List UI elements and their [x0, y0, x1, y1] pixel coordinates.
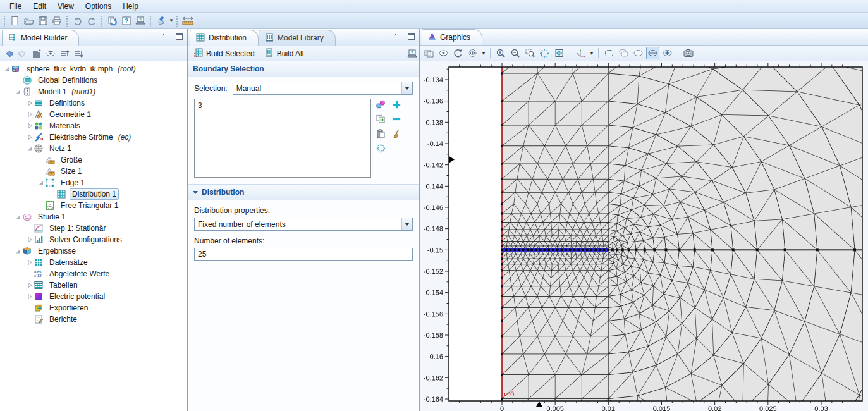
tree-item-modell-1[interactable]: Modell 1(mod1)	[0, 86, 187, 97]
expander-expanded-icon[interactable]	[3, 66, 11, 72]
menu-options[interactable]: Options	[80, 1, 117, 12]
tab-model-library[interactable]: Model Library	[259, 30, 336, 46]
menu-help[interactable]: Help	[117, 1, 144, 12]
expander-expanded-icon[interactable]	[14, 248, 22, 254]
update-solution-button[interactable]	[106, 14, 119, 28]
dropdown-caret-icon[interactable]: ▼	[589, 51, 594, 56]
material-sweep-button[interactable]	[154, 14, 168, 28]
expander-collapsed-icon[interactable]	[25, 282, 34, 288]
tree-item-global-definitions[interactable]: Global Definitions	[0, 75, 187, 86]
help-button[interactable]: ?	[119, 14, 133, 28]
expander-collapsed-icon[interactable]	[25, 236, 34, 243]
dropdown-caret-icon[interactable]: ▼	[481, 51, 486, 56]
distribution-properties-combobox[interactable]: Fixed number of elements	[194, 218, 413, 231]
expander-collapsed-icon[interactable]	[25, 259, 34, 266]
axis-orientation-button[interactable]	[574, 47, 587, 59]
menu-file[interactable]: File	[4, 1, 27, 12]
combo-dropdown-icon[interactable]	[401, 218, 412, 230]
minimize-button[interactable]	[162, 33, 171, 40]
new-file-button[interactable]	[8, 14, 22, 28]
tree-item-size-1[interactable]: Size 1	[0, 166, 187, 177]
hide-button[interactable]	[437, 47, 450, 59]
select-ellipse-button[interactable]	[632, 47, 645, 59]
graphics-viewport[interactable]	[420, 61, 868, 411]
tab-graphics[interactable]: Graphics	[422, 29, 482, 45]
add-selection-button[interactable]	[391, 99, 403, 110]
expander-expanded-icon[interactable]	[14, 89, 22, 95]
build-selected-button[interactable]: Build Selected	[190, 46, 260, 61]
show-button[interactable]	[44, 47, 57, 60]
tree-item-sphere-flux-kvdn-ik-mph[interactable]: sphere_flux_kvdn_ik.mph(root)	[0, 63, 187, 75]
tree-item-elektrische-str-me[interactable]: Elektrische Ströme(ec)	[0, 132, 187, 143]
deselect-box-button[interactable]	[617, 47, 630, 59]
paste-selection-button[interactable]	[375, 128, 387, 139]
tree-item-datens-tze[interactable]: Datensätze	[0, 257, 187, 268]
tree-item-solver-configurations[interactable]: Solver Configurations	[0, 234, 187, 245]
expander-expanded-icon[interactable]	[14, 214, 22, 220]
zoom-selected-button[interactable]	[538, 47, 551, 59]
tree-item-ergebnisse[interactable]: Ergebnisse	[0, 245, 187, 257]
tree-item-geometrie-1[interactable]: Geometrie 1	[0, 109, 187, 120]
expander-collapsed-icon[interactable]	[25, 100, 34, 106]
tree-item-netz-1[interactable]: Netz 1	[0, 143, 187, 154]
active-selection-button[interactable]	[375, 99, 387, 110]
tree-item-definitions[interactable]: Definitions	[0, 97, 187, 109]
number-of-elements-input[interactable]: 25	[194, 248, 413, 261]
back-button[interactable]	[3, 47, 15, 60]
tree-item-edge-1[interactable]: Edge 1	[0, 177, 187, 188]
combo-dropdown-icon[interactable]	[401, 82, 412, 94]
build-all-button[interactable]: Build All	[261, 46, 309, 61]
center-select-button[interactable]	[661, 47, 674, 59]
move-down-button[interactable]	[72, 47, 85, 60]
minimize-button[interactable]	[394, 33, 403, 40]
selection-combobox[interactable]: Manual	[233, 82, 413, 95]
tree-item-exportieren[interactable]: Exportieren	[0, 302, 187, 314]
redo-button[interactable]	[85, 14, 99, 28]
copy-selection-button[interactable]	[375, 113, 387, 125]
boundary-selection-header[interactable]: Boundary Selection	[188, 61, 419, 77]
tree-item-free-triangular-1[interactable]: Free Triangular 1	[0, 200, 187, 211]
tree-item-abgeleitete-werte[interactable]: 8.85e-12Abgeleitete Werte	[0, 268, 187, 279]
print-button[interactable]	[50, 14, 64, 28]
expander-collapsed-icon[interactable]	[25, 134, 34, 140]
expander-collapsed-icon[interactable]	[25, 123, 34, 129]
expander-expanded-icon[interactable]	[25, 145, 34, 152]
rotate-button[interactable]	[451, 47, 465, 59]
open-file-button[interactable]	[22, 14, 36, 28]
clear-selection-button[interactable]	[391, 128, 403, 139]
zoom-selected-button[interactable]	[375, 142, 387, 154]
pan-mode-button[interactable]	[646, 47, 659, 59]
tab-model-builder[interactable]: Model Builder	[2, 30, 79, 46]
zoom-box-button[interactable]	[523, 47, 537, 59]
forward-button[interactable]	[16, 47, 29, 60]
tree-item-studie-1[interactable]: Studie 1	[0, 211, 187, 223]
tab-distribution[interactable]: Distribution	[190, 30, 259, 46]
tree-item-berichte[interactable]: Berichte	[0, 314, 187, 325]
distribution-section-header[interactable]: Distribution	[188, 184, 419, 200]
tree-item-tabellen[interactable]: Tabellen	[0, 279, 187, 291]
collapse-all-button[interactable]	[30, 47, 43, 60]
dropdown-caret-icon[interactable]: ▼	[169, 18, 174, 23]
tree-item-gr-e[interactable]: Größe	[0, 154, 187, 166]
menu-edit[interactable]: Edit	[27, 1, 52, 12]
zoom-extents-button[interactable]	[553, 47, 566, 59]
maximize-button[interactable]	[175, 33, 184, 40]
undo-button[interactable]	[71, 14, 85, 28]
tree-item-electric-potential[interactable]: Electric potential	[0, 291, 187, 302]
tree-item-step-1-station-r[interactable]: Step 1: Stationär	[0, 223, 187, 234]
remove-selection-button[interactable]	[391, 113, 403, 125]
expander-collapsed-icon[interactable]	[25, 293, 34, 300]
measure-button[interactable]	[181, 14, 195, 28]
transparency-button[interactable]	[422, 47, 436, 59]
zoom-out-button[interactable]	[509, 47, 522, 59]
expander-expanded-icon[interactable]	[37, 180, 45, 186]
menu-view[interactable]: View	[52, 1, 80, 12]
select-box-button[interactable]	[602, 47, 616, 59]
expander-collapsed-icon[interactable]	[25, 111, 34, 118]
scene-settings-button[interactable]	[466, 47, 479, 59]
tree-item-materials[interactable]: Materials	[0, 120, 187, 132]
move-up-button[interactable]	[58, 47, 71, 60]
zoom-in-button[interactable]	[494, 47, 508, 59]
boundary-selection-list[interactable]: 3	[194, 99, 371, 178]
snapshot-button[interactable]	[682, 47, 695, 59]
